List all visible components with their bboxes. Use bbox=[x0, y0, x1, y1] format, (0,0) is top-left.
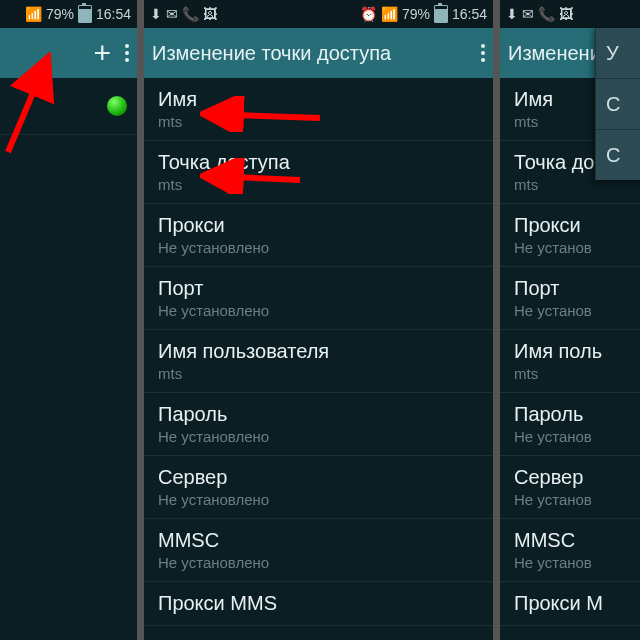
setting-value: Не установ bbox=[514, 554, 626, 571]
setting-row[interactable]: ПарольНе установ bbox=[500, 393, 640, 456]
setting-label: Точка доступа bbox=[158, 151, 479, 174]
battery-icon bbox=[78, 5, 92, 23]
setting-value: Не установ bbox=[514, 491, 626, 508]
phone-2: ⬇ ✉ 📞 🖼 ⏰ 📶 79% 16:54 Изменение точки до… bbox=[144, 0, 493, 640]
status-bar: 📶 79% 16:54 bbox=[0, 0, 137, 28]
setting-label: MMSC bbox=[514, 529, 626, 552]
setting-row[interactable]: Имя польmts bbox=[500, 330, 640, 393]
clock: 16:54 bbox=[96, 6, 131, 22]
setting-row[interactable]: MMSCНе установ bbox=[500, 519, 640, 582]
download-icon: ⬇ bbox=[150, 6, 162, 22]
settings-list: ИмяmtsТочка доступаmtsПроксиНе установле… bbox=[144, 78, 493, 626]
setting-row[interactable]: Имя пользователяmts bbox=[144, 330, 493, 393]
setting-row[interactable]: ПортНе установлено bbox=[144, 267, 493, 330]
more-button[interactable] bbox=[481, 44, 485, 62]
setting-label: Имя пользователя bbox=[158, 340, 479, 363]
setting-value: Не установлено bbox=[158, 239, 479, 256]
setting-row[interactable]: СерверНе установ bbox=[500, 456, 640, 519]
phone-1: 📶 79% 16:54 + bbox=[0, 0, 137, 640]
setting-row[interactable]: Имяmts bbox=[144, 78, 493, 141]
action-bar: Изменение точки доступа bbox=[144, 28, 493, 78]
setting-label: MMSC bbox=[158, 529, 479, 552]
radio-selected-icon[interactable] bbox=[107, 96, 127, 116]
menu-item[interactable]: С bbox=[596, 130, 640, 180]
setting-value: Не установ bbox=[514, 302, 626, 319]
add-button[interactable]: + bbox=[93, 38, 111, 68]
picture-icon: 🖼 bbox=[203, 6, 217, 22]
setting-label: Прокси bbox=[158, 214, 479, 237]
phone-icon: 📞 bbox=[182, 6, 199, 22]
apn-row[interactable] bbox=[0, 78, 137, 135]
setting-row[interactable]: ПроксиНе установ bbox=[500, 204, 640, 267]
message-icon: ✉ bbox=[522, 6, 534, 22]
setting-value: Не установ bbox=[514, 239, 626, 256]
setting-label: Прокси M bbox=[514, 592, 626, 615]
setting-label: Прокси bbox=[514, 214, 626, 237]
status-bar: ⬇ ✉ 📞 🖼 bbox=[500, 0, 640, 28]
download-icon: ⬇ bbox=[506, 6, 518, 22]
setting-value: Не установлено bbox=[158, 554, 479, 571]
setting-value: Не установлено bbox=[158, 428, 479, 445]
clock: 16:54 bbox=[452, 6, 487, 22]
battery-icon bbox=[434, 5, 448, 23]
wifi-icon: 📶 bbox=[25, 6, 42, 22]
setting-label: Порт bbox=[514, 277, 626, 300]
setting-row[interactable]: ПарольНе установлено bbox=[144, 393, 493, 456]
setting-row[interactable]: ПортНе установ bbox=[500, 267, 640, 330]
picture-icon: 🖼 bbox=[559, 6, 573, 22]
message-icon: ✉ bbox=[166, 6, 178, 22]
setting-row[interactable]: ПроксиНе установлено bbox=[144, 204, 493, 267]
setting-value: mts bbox=[158, 113, 479, 130]
setting-value: Не установлено bbox=[158, 302, 479, 319]
overflow-menu: УСС bbox=[595, 28, 640, 180]
menu-item[interactable]: У bbox=[596, 28, 640, 79]
setting-row[interactable]: Прокси MMS bbox=[144, 582, 493, 626]
setting-row[interactable]: Прокси M bbox=[500, 582, 640, 626]
setting-row[interactable]: MMSCНе установлено bbox=[144, 519, 493, 582]
phone-3: ⬇ ✉ 📞 🖼 Изменение ИмяmtsТочка доmtsПрокс… bbox=[500, 0, 640, 640]
menu-item[interactable]: С bbox=[596, 79, 640, 130]
setting-value: mts bbox=[158, 365, 479, 382]
battery-percent: 79% bbox=[402, 6, 430, 22]
setting-value: Не установ bbox=[514, 428, 626, 445]
setting-label: Порт bbox=[158, 277, 479, 300]
setting-label: Пароль bbox=[158, 403, 479, 426]
setting-row[interactable]: СерверНе установлено bbox=[144, 456, 493, 519]
status-bar: ⬇ ✉ 📞 🖼 ⏰ 📶 79% 16:54 bbox=[144, 0, 493, 28]
setting-value: Не установлено bbox=[158, 491, 479, 508]
more-button[interactable] bbox=[125, 44, 129, 62]
setting-label: Имя bbox=[158, 88, 479, 111]
battery-percent: 79% bbox=[46, 6, 74, 22]
setting-label: Пароль bbox=[514, 403, 626, 426]
setting-label: Прокси MMS bbox=[158, 592, 479, 615]
action-bar: + bbox=[0, 28, 137, 78]
setting-value: mts bbox=[158, 176, 479, 193]
phone-icon: 📞 bbox=[538, 6, 555, 22]
setting-label: Сервер bbox=[514, 466, 626, 489]
setting-value: mts bbox=[514, 365, 626, 382]
setting-row[interactable]: Точка доступаmts bbox=[144, 141, 493, 204]
setting-label: Сервер bbox=[158, 466, 479, 489]
page-title: Изменение точки доступа bbox=[152, 42, 391, 65]
alarm-icon: ⏰ bbox=[360, 6, 377, 22]
setting-label: Имя поль bbox=[514, 340, 626, 363]
wifi-icon: 📶 bbox=[381, 6, 398, 22]
